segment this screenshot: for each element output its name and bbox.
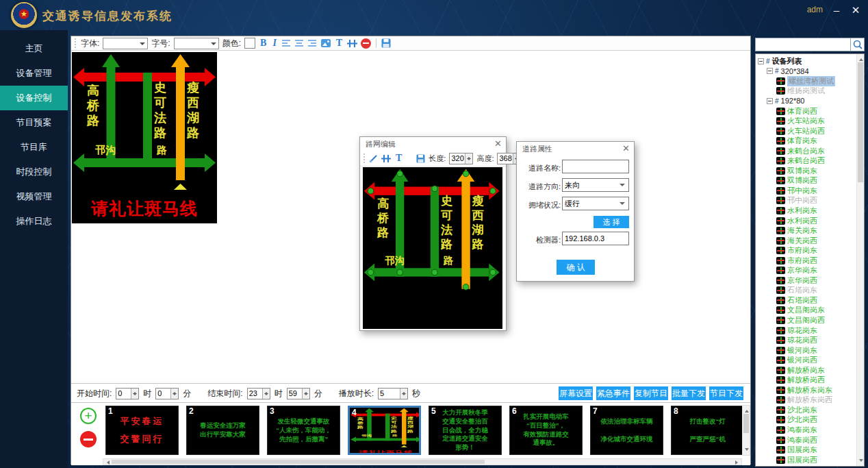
strip-horizontal-scrollbar[interactable]	[103, 458, 742, 465]
insert-image-icon[interactable]	[320, 38, 331, 48]
add-program-button[interactable]: +	[80, 408, 97, 424]
road-name-input[interactable]	[562, 160, 629, 173]
device-item[interactable]: 维扬岗测试	[756, 86, 856, 97]
device-item[interactable]: 水利岗东	[756, 206, 856, 216]
tree-root-row[interactable]: #设备列表	[756, 56, 856, 66]
start-minute-spinner[interactable]: 0	[155, 388, 179, 399]
scroll-down-icon[interactable]	[745, 448, 749, 453]
tree-scrollbar[interactable]	[856, 54, 864, 466]
sidebar-item-7[interactable]: 操作日志	[0, 209, 68, 234]
device-item[interactable]: 石塔岗东	[756, 286, 856, 296]
end-hour-spinner[interactable]: 23	[247, 388, 270, 399]
action-button-2[interactable]: 复制节目	[634, 386, 668, 400]
strip-vertical-scrollbar[interactable]	[742, 405, 750, 456]
device-item[interactable]: 鸿泰岗西	[756, 435, 856, 445]
duration-spinner[interactable]: 5	[378, 388, 408, 399]
tree-group-1[interactable]: #192*80	[756, 96, 856, 106]
device-item[interactable]: 海关岗东	[756, 225, 856, 236]
program-thumbnail-3[interactable]: 3发生轻微交通事故“人未伤，车能动，先拍照，后撤离”	[267, 406, 340, 455]
action-button-1[interactable]: 紧急事件	[596, 386, 630, 400]
close-dialog-icon[interactable]: ✕	[622, 142, 630, 156]
device-item[interactable]: 市府岗西	[756, 256, 856, 266]
device-item[interactable]: 邗中岗西	[756, 196, 856, 206]
device-item[interactable]: 火车站岗东	[756, 116, 856, 126]
device-item[interactable]: 石塔岗西	[756, 295, 856, 306]
start-hour-spinner-arrows[interactable]	[131, 389, 138, 399]
congestion-select[interactable]: 缓行	[562, 197, 629, 210]
end-hour-spinner-arrows[interactable]	[262, 389, 270, 399]
device-item[interactable]: 银河岗西	[756, 355, 856, 365]
save-icon[interactable]	[416, 154, 425, 163]
duration-spinner-arrows[interactable]	[400, 389, 407, 399]
device-item[interactable]: 国展岗西	[756, 455, 856, 465]
draw-line-icon[interactable]	[369, 154, 378, 163]
delete-icon[interactable]	[361, 38, 371, 49]
spin-down-icon[interactable]	[400, 393, 407, 399]
road-tool-icon[interactable]	[347, 39, 357, 48]
sidebar-item-5[interactable]: 时段控制	[0, 160, 68, 184]
program-thumbnail-7[interactable]: 7依法治理非标车辆 净化城市交通环境	[590, 406, 663, 455]
program-thumbnail-1[interactable]: 1平安春运交警同行	[105, 406, 179, 455]
device-item[interactable]: 体育岗西	[756, 106, 856, 116]
end-minute-spinner[interactable]: 59	[287, 388, 310, 399]
device-item[interactable]: 解放桥东岗东	[756, 385, 856, 395]
device-item[interactable]: 国展岗东	[756, 445, 856, 455]
device-item[interactable]: 京华岗西	[756, 275, 856, 286]
sidebar-item-0[interactable]: 主页	[0, 36, 68, 61]
scrollbar-thumb[interactable]	[858, 62, 863, 182]
dialog-titlebar[interactable]: 路网编辑 ✕	[360, 137, 506, 151]
start-minute-spinner-arrows[interactable]	[170, 389, 178, 399]
search-button[interactable]	[851, 38, 865, 51]
device-item[interactable]: 火车站岗西	[756, 126, 856, 136]
device-search-input[interactable]	[755, 38, 851, 51]
close-dialog-icon[interactable]: ✕	[494, 137, 502, 151]
device-item[interactable]: 来鹤台岗西	[756, 156, 856, 166]
device-item[interactable]: 螺丝湾桥测试	[756, 76, 856, 86]
device-item[interactable]: 邗中岗东	[756, 186, 856, 196]
device-item[interactable]: 海关岗西	[756, 236, 856, 246]
device-item[interactable]: 双博岗东	[756, 166, 856, 176]
device-item[interactable]: 琼花岗东	[756, 325, 856, 336]
collapse-icon[interactable]	[767, 98, 773, 104]
device-item[interactable]: 体育岗东	[756, 136, 856, 146]
select-detector-button[interactable]: 选 择	[593, 216, 629, 228]
device-item[interactable]: 文昌阁岗东	[756, 306, 856, 316]
length-spinner-arrows[interactable]	[465, 153, 472, 164]
text-tool-icon[interactable]: T	[335, 37, 344, 49]
spin-down-icon[interactable]	[131, 393, 138, 399]
length-spinner[interactable]: 320	[449, 153, 473, 164]
scroll-down-icon[interactable]	[859, 459, 863, 464]
device-item[interactable]: 解放桥岗西	[756, 375, 856, 386]
program-thumbnail-2[interactable]: 2春运安全连万家出行平安靠大家	[186, 406, 259, 455]
font-size-select[interactable]	[174, 38, 219, 49]
spin-down-icon[interactable]	[171, 393, 178, 399]
spin-down-icon[interactable]	[263, 393, 270, 399]
start-hour-spinner[interactable]: 0	[116, 388, 139, 399]
align-left-icon[interactable]	[281, 39, 291, 47]
sidebar-item-3[interactable]: 节目预案	[0, 110, 68, 135]
device-item[interactable]: 银河岗东	[756, 345, 856, 356]
italic-button[interactable]: I	[271, 37, 277, 49]
sidebar-item-4[interactable]: 节目库	[0, 135, 68, 160]
dialog-titlebar[interactable]: 道路属性 ✕	[517, 142, 634, 156]
device-item[interactable]: 解放桥岗东	[756, 365, 856, 375]
text-tool-icon[interactable]: T	[394, 152, 403, 164]
sidebar-item-6[interactable]: 视频管理	[0, 184, 68, 209]
sidebar-item-1[interactable]: 设备管理	[0, 61, 68, 86]
device-item[interactable]: 鸿泰岗东	[756, 425, 856, 435]
detector-input[interactable]	[562, 232, 629, 245]
sidebar-item-2[interactable]: 设备控制	[0, 86, 68, 110]
program-thumbnail-5[interactable]: 5大力开展秋冬季交通安全整治百日会战，全力稳定道路交通安全形势！	[429, 406, 502, 455]
font-select[interactable]	[103, 38, 148, 49]
action-button-4[interactable]: 节目下发	[709, 386, 743, 400]
align-right-icon[interactable]	[307, 39, 317, 47]
end-minute-spinner-arrows[interactable]	[302, 389, 309, 399]
program-thumbnail-4[interactable]: 4高桥路史可法路瘦西湖路邗沟路请礼让斑马线	[348, 406, 421, 455]
collapse-icon[interactable]	[767, 68, 773, 74]
scroll-up-icon[interactable]	[745, 408, 749, 412]
device-item[interactable]: 来鹤台岗东	[756, 146, 856, 156]
scrollbar-thumb[interactable]	[743, 414, 749, 433]
device-item[interactable]: 文昌阁岗西	[756, 315, 856, 325]
device-item[interactable]: 沙北岗西	[756, 415, 856, 426]
scroll-up-icon[interactable]	[859, 56, 863, 61]
